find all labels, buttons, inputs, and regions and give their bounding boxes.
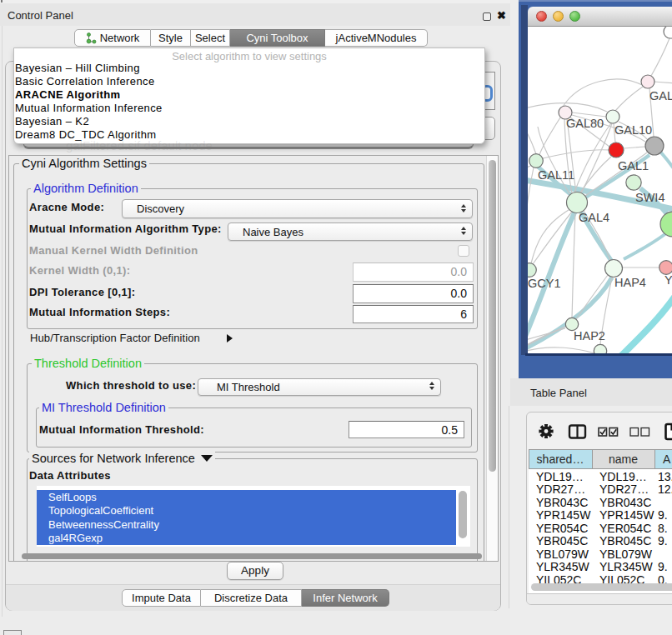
svg-text:GAL10: GAL10 <box>614 123 652 137</box>
svg-text:YJ: YJ <box>664 273 672 287</box>
svg-text:GAL11: GAL11 <box>538 168 574 182</box>
svg-text:GCY1: GCY1 <box>528 277 561 290</box>
svg-text:GAL1: GAL1 <box>618 159 649 172</box>
svg-text:GAL4: GAL4 <box>579 211 609 224</box>
svg-text:GAL80: GAL80 <box>566 117 604 130</box>
svg-text:HAP4: HAP4 <box>614 276 646 289</box>
svg-text:GAL2: GAL2 <box>649 89 672 102</box>
svg-text:HAP2: HAP2 <box>574 329 605 342</box>
svg-text:SWI4: SWI4 <box>635 191 664 204</box>
